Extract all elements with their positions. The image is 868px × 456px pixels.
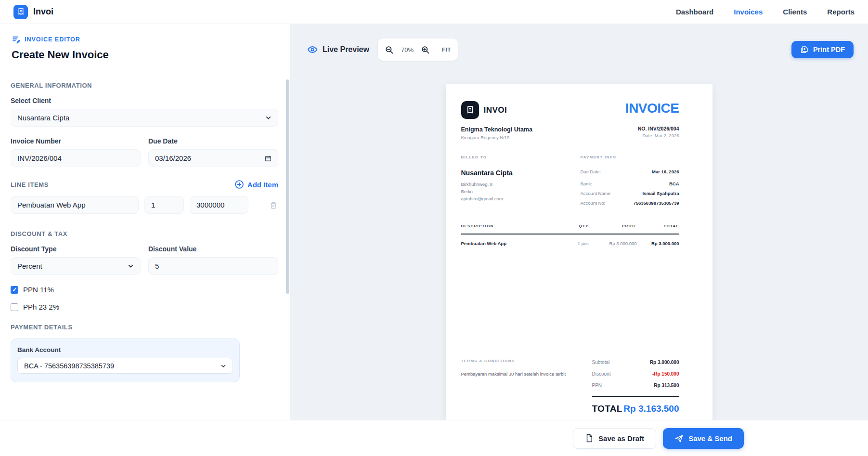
- nav-item-invoices[interactable]: Invoices: [734, 8, 763, 16]
- invoice-company-address: Kinagara Regency N/19: [461, 135, 510, 140]
- section-general-information: GENERAL INFORMATION: [11, 82, 278, 89]
- invoice-table: DESCRIPTION QTY PRICE TOTAL Pembuatan We…: [461, 224, 679, 252]
- subtotal-label: Subtotal: [592, 360, 610, 365]
- col-description: DESCRIPTION: [461, 224, 559, 228]
- document-icon: [585, 434, 594, 443]
- cell-total: Rp 3.000.000: [637, 241, 679, 246]
- footer-action-bar: Save as Draft Save & Send: [0, 420, 868, 456]
- payment-info-value: BCA: [669, 181, 679, 186]
- select-client-label: Select Client: [11, 97, 278, 104]
- billed-to-line: aptahiro@gmail.com: [461, 195, 560, 202]
- discount-type-select[interactable]: Percent: [11, 257, 141, 275]
- nav-item-clients[interactable]: Clients: [783, 8, 807, 16]
- payment-info-value: 756356398735385739: [633, 200, 679, 206]
- due-date-value: 03/16/2026: [155, 154, 191, 162]
- cell-price: Rp 3.000.000: [589, 241, 637, 246]
- line-item-description-input[interactable]: [11, 196, 139, 214]
- line-item-qty-input[interactable]: [144, 196, 184, 214]
- zoom-in-button[interactable]: [421, 45, 430, 54]
- totals-block: Subtotal Rp 3.000.000 Discount -Rp 150.0…: [592, 360, 679, 414]
- payment-info-label: Account No:: [581, 200, 606, 206]
- invoice-date: Date: Mar 2, 2026: [642, 133, 679, 138]
- payment-info-value: Ismail Syahputra: [642, 191, 679, 196]
- nav-item-dashboard[interactable]: Dashboard: [676, 8, 713, 16]
- delete-line-item-button[interactable]: [269, 201, 278, 209]
- payment-info-label: Due Date:: [581, 169, 601, 174]
- editor-kicker: INVOICE EDITOR: [25, 36, 80, 43]
- pph-checkbox[interactable]: [11, 303, 18, 311]
- terms-text: Pembayaran maksimal 30 hari setelah invo…: [461, 371, 572, 377]
- edit-list-icon: [12, 35, 21, 44]
- payment-info-label: Account Name:: [581, 191, 612, 196]
- payment-info-heading: PAYMENT INFO: [581, 155, 679, 163]
- client-select-value: Nusantara Cipta: [17, 114, 69, 122]
- payment-info-row: Due Date: Mar 16, 2026: [581, 169, 679, 174]
- payment-info-row: Bank: BCA: [581, 181, 679, 186]
- ppn-checkbox[interactable]: [11, 286, 18, 294]
- tax-pph-row[interactable]: PPh 23 2%: [11, 303, 278, 311]
- payment-details-box: Bank Account BCA - 756356398735385739: [11, 339, 240, 382]
- discount-value-input[interactable]: [148, 257, 278, 275]
- section-payment-details: PAYMENT DETAILS: [11, 324, 278, 331]
- invoice-logo: [461, 101, 479, 119]
- billed-to-name: Nusantara Cipta: [461, 169, 560, 177]
- due-date-input[interactable]: 03/16/2026: [148, 149, 278, 167]
- payment-info-row: Account Name: Ismail Syahputra: [581, 191, 679, 196]
- fit-button[interactable]: FIT: [442, 47, 451, 52]
- tax-ppn-row[interactable]: PPN 11%: [11, 286, 278, 294]
- section-line-items: LINE ITEMS: [11, 181, 49, 188]
- payment-info-block: PAYMENT INFO Due Date: Mar 16, 2026 Bank…: [581, 155, 679, 206]
- zoom-out-button[interactable]: [385, 45, 394, 54]
- bank-account-label: Bank Account: [17, 346, 233, 353]
- terms-heading: TERMS & CONDITIONS: [461, 359, 572, 366]
- print-pdf-button[interactable]: Print PDF: [791, 41, 854, 58]
- grand-total-value: Rp 3.163.500: [623, 404, 679, 414]
- section-discount-tax: DISCOUNT & TAX: [11, 230, 278, 237]
- zoom-toolbar: 70% FIT: [378, 39, 458, 61]
- top-navbar: Invoi Dashboard Invoices Clients Reports: [0, 0, 868, 24]
- discount-type-value: Percent: [17, 262, 42, 270]
- cell-description: Pembuatan Web App: [461, 241, 559, 246]
- add-item-button[interactable]: Add Item: [234, 180, 278, 189]
- invoice-doc-title: INVOICE: [625, 101, 679, 116]
- payment-info-row: Account No: 756356398735385739: [581, 200, 679, 206]
- invoice-preview-page: INVOI INVOICE Enigma Teknologi Utama Kin…: [446, 84, 713, 420]
- save-as-draft-label: Save as Draft: [598, 434, 644, 443]
- invoice-table-row: Pembuatan Web App 1 pcs Rp 3.000.000 Rp …: [461, 235, 679, 252]
- save-as-draft-button[interactable]: Save as Draft: [573, 428, 656, 449]
- subtotal-row: Subtotal Rp 3.000.000: [592, 360, 679, 365]
- invoice-table-header: DESCRIPTION QTY PRICE TOTAL: [461, 224, 679, 235]
- client-select[interactable]: Nusantara Cipta: [11, 109, 278, 127]
- invoice-number-input[interactable]: [11, 149, 141, 167]
- discount-value-label: Discount Value: [148, 245, 278, 253]
- invoice-number: NO. INV/2026/004: [638, 126, 679, 131]
- preview-area: Live Preview 70% FIT Print PDF INVOI: [290, 24, 868, 456]
- zoom-out-icon: [385, 45, 394, 54]
- ppn-total-label: PPN: [592, 383, 602, 388]
- pph-label: PPh 23 2%: [23, 303, 59, 311]
- editor-header: INVOICE EDITOR Create New Invoice: [0, 24, 290, 70]
- terms-block: TERMS & CONDITIONS Pembayaran maksimal 3…: [461, 359, 572, 377]
- bank-account-select[interactable]: BCA - 756356398735385739: [17, 358, 233, 374]
- editor-scrollbar[interactable]: [286, 79, 289, 294]
- save-and-send-label: Save & Send: [688, 434, 732, 443]
- billed-to-heading: BILLED TO: [461, 155, 560, 163]
- live-preview-label: Live Preview: [323, 45, 369, 54]
- invoice-company-name: Enigma Teknologi Utama: [461, 126, 532, 133]
- print-pdf-label: Print PDF: [813, 46, 845, 53]
- save-and-send-button[interactable]: Save & Send: [663, 428, 744, 449]
- ppn-row: PPN Rp 313.500: [592, 383, 679, 388]
- preview-toolbar: Live Preview 70% FIT Print PDF: [290, 39, 868, 61]
- discount-label: Discount: [592, 371, 611, 377]
- invoice-number-label: Invoice Number: [11, 137, 141, 145]
- line-item-price-input[interactable]: [190, 196, 248, 214]
- discount-row: Discount -Rp 150.000: [592, 371, 679, 377]
- discount-type-label: Discount Type: [11, 245, 141, 253]
- calendar-icon[interactable]: [265, 155, 272, 162]
- receipt-icon: [466, 105, 475, 115]
- ppn-label: PPN 11%: [23, 286, 54, 294]
- nav-item-reports[interactable]: Reports: [827, 8, 855, 16]
- chevron-down-icon: [265, 115, 272, 121]
- zoom-in-icon: [421, 45, 430, 54]
- invoice-brand-name: INVOI: [484, 105, 507, 115]
